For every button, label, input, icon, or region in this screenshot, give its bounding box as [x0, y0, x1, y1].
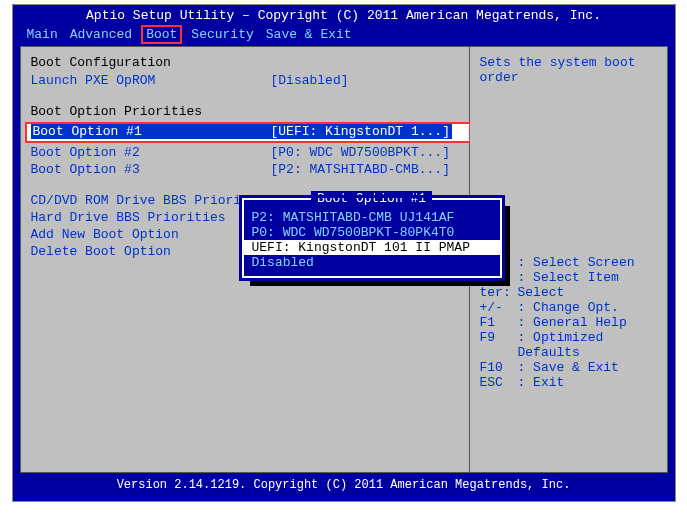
- boot-option-1-value: [UEFI: KingstonDT 1...]: [269, 124, 452, 139]
- help-enter: ter:Select: [480, 285, 657, 300]
- priorities-header: Boot Option Priorities: [31, 104, 459, 119]
- boot-option-3-value: [P2: MATSHITABD-CMB...]: [271, 162, 450, 177]
- popup-option-1[interactable]: P0: WDC WD7500BPKT-80PK4T0: [244, 225, 500, 240]
- menu-boot[interactable]: Boot: [141, 25, 182, 44]
- menu-main[interactable]: Main: [27, 27, 58, 42]
- popup-title: Boot Option #1: [311, 191, 432, 206]
- launch-pxe-label: Launch PXE OpROM: [31, 73, 271, 88]
- help-change-opt: +/-: Change Opt.: [480, 300, 657, 315]
- boot-option-popup: Boot Option #1 P2: MATSHITABD-CMB UJ141A…: [242, 198, 502, 278]
- help-save-exit: F10: Save & Exit: [480, 360, 657, 375]
- boot-option-2-value: [P0: WDC WD7500BPKT...]: [271, 145, 450, 160]
- menu-bar: Main Advanced Boot Security Save & Exit: [13, 25, 675, 46]
- menu-save-exit[interactable]: Save & Exit: [266, 27, 352, 42]
- bios-setup-screen: Aptio Setup Utility – Copyright (C) 2011…: [12, 4, 676, 502]
- menu-security[interactable]: Security: [191, 27, 253, 42]
- popup-option-0[interactable]: P2: MATSHITABD-CMB UJ141AF: [244, 210, 500, 225]
- footer-version: Version 2.14.1219. Copyright (C) 2011 Am…: [13, 475, 675, 495]
- title-bar: Aptio Setup Utility – Copyright (C) 2011…: [13, 5, 675, 25]
- boot-option-3-row[interactable]: Boot Option #3 [P2: MATSHITABD-CMB...]: [31, 162, 459, 177]
- boot-option-2-row[interactable]: Boot Option #2 [P0: WDC WD7500BPKT...]: [31, 145, 459, 160]
- popup-option-2[interactable]: UEFI: KingstonDT 101 II PMAP: [244, 240, 500, 255]
- boot-option-1-label: Boot Option #1: [31, 124, 269, 139]
- boot-option-1-row[interactable]: Boot Option #1 [UEFI: KingstonDT 1...]: [25, 122, 471, 143]
- boot-option-3-label: Boot Option #3: [31, 162, 271, 177]
- help-escape: ESC: Exit: [480, 375, 657, 390]
- popup-option-3[interactable]: Disabled: [244, 255, 500, 270]
- boot-config-header: Boot Configuration: [31, 55, 459, 70]
- launch-pxe-row[interactable]: Launch PXE OpROM [Disabled]: [31, 73, 459, 88]
- help-select-item: : Select Item: [480, 270, 657, 285]
- boot-option-2-label: Boot Option #2: [31, 145, 271, 160]
- help-select-screen: : Select Screen: [480, 255, 657, 270]
- help-defaults: F9: Optimized Defaults: [480, 330, 657, 360]
- help-general: F1: General Help: [480, 315, 657, 330]
- menu-advanced[interactable]: Advanced: [70, 27, 132, 42]
- help-description: Sets the system boot order: [480, 55, 657, 85]
- launch-pxe-value: [Disabled]: [271, 73, 349, 88]
